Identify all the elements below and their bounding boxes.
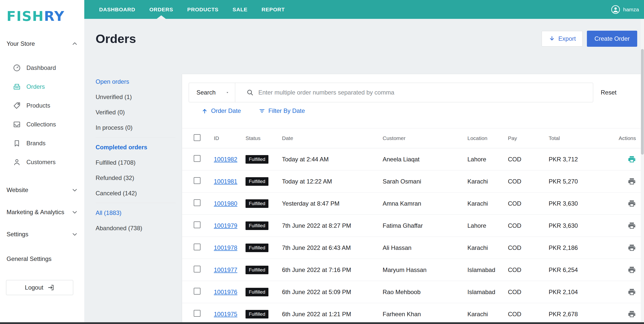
logo-text-secondary: RY [44,8,65,24]
row-checkbox[interactable] [194,221,200,228]
order-total: PKR 3,630 [549,222,612,229]
row-checkbox[interactable] [194,155,200,162]
select-all-checkbox[interactable] [194,134,200,141]
table-row: 1001982 Fulfilled Today at 2:44 AM Aneel… [182,148,644,170]
pay-method: COD [508,178,549,185]
sidebar-item-orders[interactable]: Orders [0,77,84,96]
print-icon[interactable] [628,244,636,252]
customer-name: Aneela Liaqat [383,156,467,163]
filter-verified[interactable]: Verified (0) [96,105,182,120]
order-id-link[interactable]: 1001978 [214,244,237,251]
scrollbar-thumb[interactable] [641,49,644,155]
filter-abandoned[interactable]: Abandoned (738) [96,220,182,236]
date-controls: Order Date Filter By Date [201,107,644,114]
vertical-scrollbar[interactable] [641,19,644,324]
print-icon[interactable] [628,221,636,230]
order-date-label: Order Date [211,107,241,114]
store-selector[interactable]: Your Store [7,40,78,47]
print-icon[interactable] [628,199,636,208]
top-navbar: DASHBOARD ORDERS PRODUCTS SALE REPORT ha… [84,0,644,19]
order-id-link[interactable]: 1001981 [214,178,237,185]
nav-tab-label: SALE [233,7,248,13]
printer-icon [628,310,636,318]
printer-icon [628,177,636,186]
nav-tab-orders[interactable]: ORDERS [142,0,180,19]
brand-logo[interactable]: FISHRY [0,0,84,24]
sidebar-item-label: Dashboard [26,64,56,71]
user-menu[interactable]: hamza [611,5,639,14]
order-id-link[interactable]: 1001977 [214,266,237,273]
order-date: 6th June 2022 at 1:21 PM [282,311,383,318]
export-label: Export [558,35,576,42]
filter-in-process[interactable]: In process (0) [96,120,182,135]
filter-by-date-label: Filter By Date [268,107,305,114]
printer-icon [628,266,636,274]
sort-order-date[interactable]: Order Date [201,107,241,114]
sidebar-item-general-settings[interactable]: General Settings [0,255,84,262]
print-icon[interactable] [628,266,636,274]
user-avatar-icon [611,5,620,14]
printer-icon [628,221,636,230]
row-checkbox[interactable] [194,177,200,184]
row-checkbox[interactable] [194,288,200,295]
printer-icon [628,155,636,163]
print-icon[interactable] [628,155,636,163]
customer-name: Rao Mehboob [383,289,467,296]
page-title: Orders [96,32,136,46]
order-id-link[interactable]: 1001980 [214,200,237,207]
row-checkbox[interactable] [194,266,200,272]
row-checkbox[interactable] [194,199,200,206]
sidebar-item-brands[interactable]: Brands [0,134,84,153]
sidebar-item-label: Brands [26,140,46,147]
order-id-link[interactable]: 1001979 [214,222,237,229]
col-header-date: Date [282,135,383,141]
sidebar-item-website[interactable]: Website [0,179,84,201]
export-button[interactable]: Export [542,31,583,47]
filter-completed-orders[interactable]: Completed orders [96,140,182,155]
row-checkbox[interactable] [194,244,200,250]
row-checkbox[interactable] [194,310,200,317]
order-location: Islamabad [467,266,508,273]
nav-tab-sale[interactable]: SALE [226,0,255,19]
sidebar-item-collections[interactable]: Collections [0,115,84,134]
create-order-button[interactable]: Create Order [587,31,637,47]
printer-icon [628,288,636,296]
filter-by-date[interactable]: Filter By Date [259,107,305,114]
print-icon[interactable] [628,310,636,318]
filter-refunded[interactable]: Refunded (32) [96,170,182,186]
customer-name: Maryum Hassan [383,266,467,273]
pay-method: COD [508,244,549,251]
table-row: 1001978 Fulfilled 7th June 2022 at 6:43 … [182,237,644,259]
order-location: Karachi [467,200,508,207]
logout-button[interactable]: Logout [6,280,73,295]
sidebar-item-marketing-analytics[interactable]: Marketing & Analytics [0,201,84,223]
content-row: Open orders Unverified (1) Verified (0) … [84,74,644,324]
sidebar-item-settings[interactable]: Settings [0,223,84,245]
sidebar-item-products[interactable]: Products [0,96,84,115]
filter-canceled[interactable]: Canceled (142) [96,186,182,201]
search-type-dropdown[interactable]: Search [189,83,235,102]
order-id-link[interactable]: 1001975 [214,311,237,317]
reset-button[interactable]: Reset [601,89,617,96]
order-id-link[interactable]: 1001976 [214,289,237,295]
nav-tab-label: REPORT [262,7,285,13]
customer-name: Amna Kamran [383,200,467,207]
sidebar-item-customers[interactable]: Customers [0,153,84,171]
print-icon[interactable] [628,177,636,186]
filter-all[interactable]: All (1883) [96,205,182,220]
nav-tab-products[interactable]: PRODUCTS [180,0,225,19]
table-row: 1001976 Fulfilled 6th June 2022 at 5:09 … [182,281,644,303]
sidebar-item-label: Orders [26,83,45,90]
order-search-input[interactable] [258,89,588,96]
col-header-total: Total [549,135,612,141]
order-id-link[interactable]: 1001982 [214,156,237,163]
nav-tab-report[interactable]: REPORT [255,0,292,19]
print-icon[interactable] [628,288,636,296]
filter-fulfilled[interactable]: Fulfilled (1708) [96,155,182,170]
filter-unverified[interactable]: Unverified (1) [96,89,182,105]
filter-open-orders[interactable]: Open orders [96,74,182,89]
arrow-up-icon [201,108,208,114]
sidebar-item-dashboard[interactable]: Dashboard [0,58,84,77]
table-row: 1001977 Fulfilled 6th June 2022 at 7:16 … [182,259,644,281]
nav-tab-dashboard[interactable]: DASHBOARD [92,0,142,19]
